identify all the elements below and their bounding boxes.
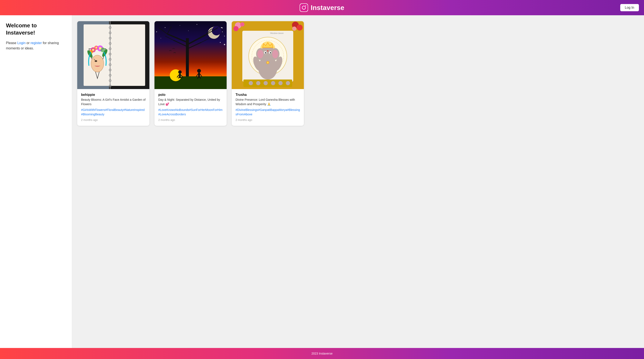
svg-point-41: [161, 38, 161, 38]
brand: Instaverse: [300, 3, 344, 12]
sidebar: Welcome to Instaverse! Please Login or r…: [0, 15, 72, 348]
post-card-body: behippie Beauty Blooms: A Girl's Face Am…: [77, 89, 150, 126]
post-hashtags: #GirlsWithFlowers#FloralBeauty#NatureIns…: [81, 108, 146, 117]
svg-point-48: [224, 36, 225, 36]
post-card: TRUSHA SHAH Trusha Divine Presence: Lord…: [232, 21, 304, 126]
svg-point-23: [95, 60, 97, 62]
post-caption: Beauty Blooms: A Girl's Face Amidst a Ga…: [81, 97, 146, 106]
svg-rect-1: [300, 4, 308, 11]
post-image-ganesha: TRUSHA SHAH: [232, 21, 304, 89]
welcome-title: Welcome to Instaverse!: [6, 22, 66, 36]
svg-point-83: [292, 26, 296, 31]
post-caption: Divine Presence: Lord Ganesha Blesses wi…: [236, 97, 300, 106]
login-link[interactable]: Login: [17, 41, 26, 45]
svg-point-105: [264, 81, 268, 85]
svg-point-36: [165, 27, 166, 28]
svg-point-37: [180, 25, 180, 26]
svg-point-101: [266, 61, 269, 64]
svg-point-76: [156, 31, 157, 32]
svg-point-22: [91, 55, 104, 72]
svg-point-107: [278, 81, 283, 85]
post-card-body: polo Day & Night: Separated by Distance,…: [154, 89, 226, 126]
footer-text: 2023 Instaverse: [312, 352, 333, 355]
desc-middle: or: [26, 41, 30, 45]
post-time: 2 months ago: [236, 118, 300, 121]
svg-rect-7: [84, 24, 145, 86]
svg-point-92: [272, 50, 278, 58]
svg-point-42: [188, 30, 189, 31]
svg-point-31: [96, 47, 97, 48]
svg-point-108: [286, 81, 290, 85]
post-image-floral: [77, 21, 150, 89]
svg-point-39: [214, 26, 214, 27]
svg-point-106: [271, 81, 275, 85]
svg-point-43: [220, 42, 221, 43]
svg-point-96: [270, 52, 271, 53]
posts-area: behippie Beauty Blooms: A Girl's Face Am…: [72, 15, 644, 348]
app-title: Instaverse: [311, 4, 344, 12]
post-hashtags: #LoveKnowsNoBounds#SunForHerMoonForHim#L…: [158, 108, 223, 117]
svg-point-91: [258, 50, 263, 58]
post-card: behippie Beauty Blooms: A Girl's Face Am…: [77, 21, 150, 126]
svg-text:TRUSHA SHAH: TRUSHA SHAH: [270, 32, 284, 34]
svg-point-3: [305, 5, 306, 6]
svg-point-63: [178, 70, 182, 74]
svg-text:✦: ✦: [221, 27, 223, 29]
svg-point-97: [267, 50, 268, 51]
post-hashtags: #DivineBlessings#GanpatiBappaMorya#Bless…: [236, 108, 300, 117]
svg-point-40: [222, 31, 223, 32]
register-link[interactable]: register: [30, 41, 42, 45]
post-username: behippie: [81, 93, 146, 97]
desc-prefix: Please: [6, 41, 17, 45]
svg-point-30: [92, 49, 94, 51]
svg-rect-50: [154, 76, 226, 89]
post-card-body: Trusha Divine Presence: Lord Ganesha Ble…: [232, 89, 304, 126]
instagram-icon: [300, 3, 308, 12]
main-content: Welcome to Instaverse! Please Login or r…: [0, 15, 644, 348]
sidebar-description: Please Login or register for sharing mom…: [6, 40, 66, 51]
post-image-night: ✦: [154, 21, 226, 89]
svg-point-95: [265, 52, 266, 53]
app-header: Instaverse Log In: [0, 0, 644, 15]
login-button[interactable]: Log In: [620, 4, 639, 11]
svg-point-75: [224, 44, 225, 45]
post-username: polo: [158, 93, 223, 97]
post-caption: Day & Night: Separated by Distance, Unit…: [158, 97, 223, 106]
svg-point-82: [297, 24, 302, 30]
svg-point-80: [240, 22, 244, 26]
svg-point-38: [197, 24, 197, 25]
svg-point-104: [256, 81, 260, 85]
svg-point-79: [234, 26, 238, 31]
post-card: ✦: [154, 21, 226, 126]
post-time: 2 months ago: [158, 118, 223, 121]
post-time: 2 months ago: [81, 118, 146, 121]
svg-point-103: [249, 81, 253, 85]
post-username: Trusha: [236, 93, 300, 97]
svg-point-32: [99, 47, 102, 50]
app-footer: 2023 Instaverse: [0, 348, 644, 359]
svg-point-98: [258, 56, 277, 79]
svg-point-69: [197, 69, 201, 73]
